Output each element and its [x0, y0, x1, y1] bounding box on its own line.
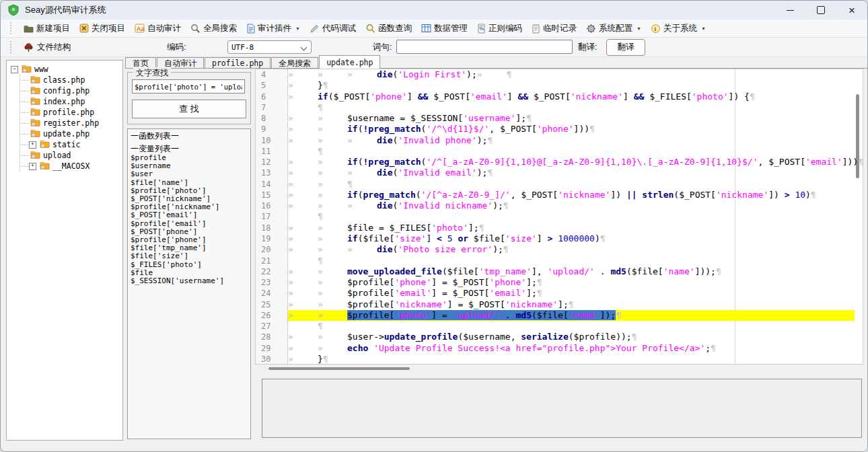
tree-item-label: profile.php [43, 108, 94, 117]
line-number: 30 [256, 354, 287, 365]
tab-profile-php[interactable]: profile.php [205, 57, 270, 69]
tree-item-label: register.php [43, 118, 99, 128]
code-line-4[interactable]: »»»die('Login First');»¶ [288, 69, 855, 80]
variable-list-item[interactable]: $file['size'] [131, 252, 250, 260]
code-line-11[interactable]: »¶ [288, 146, 855, 157]
code-line-18[interactable]: »»$file = $_FILES['photo'];¶ [288, 223, 855, 233]
phrase-input[interactable] [396, 40, 573, 54]
toolbar-item-data-manage[interactable]: 数据管理 [417, 22, 472, 36]
tree-root-row[interactable]: −www [7, 64, 122, 75]
code-line-19[interactable]: »»if($file['size'] < 5 or $file['size'] … [288, 233, 855, 244]
code-line-6[interactable]: »if($_POST['phone'] && $_POST['email'] &… [288, 91, 855, 102]
tree-item-index-php[interactable]: index.php [20, 96, 122, 107]
code-line-29[interactable]: »»echo 'Update Profile Success!<a href="… [288, 343, 855, 354]
chevron-down-icon: ▼ [295, 26, 300, 31]
code-editor[interactable]: 4567891011121314151617181920212223242526… [255, 69, 863, 365]
maximize-button[interactable] [805, 1, 836, 20]
collapse-toggle-icon[interactable]: − [11, 66, 18, 73]
tab-----[interactable]: 全局搜索 [271, 57, 318, 69]
tree-item-register-php[interactable]: register.php [20, 118, 122, 128]
variable-list-header: 一变量列表一 [131, 144, 250, 154]
tree-connector [20, 102, 29, 102]
code-line-21[interactable]: »¶ [288, 256, 855, 266]
minimize-button[interactable] [774, 1, 805, 20]
toolbar-item-system-config[interactable]: 系统配置▼ [581, 22, 646, 36]
tree-item-update-php[interactable]: update.php [20, 128, 122, 139]
tree-connector [20, 155, 29, 156]
tree-item---macosx[interactable]: +__MACOSX [20, 161, 122, 172]
variable-list-item[interactable]: $_POST['email'] [131, 211, 250, 219]
folder-icon [30, 85, 40, 96]
toolbar-item-new-project[interactable]: 新建项目 [19, 22, 75, 36]
minimize-icon [787, 10, 794, 11]
code-line-9[interactable]: »»if(!preg_match('/^\d{11}$/', $_POST['p… [288, 124, 855, 135]
tree-item-profile-php[interactable]: profile.php [20, 107, 122, 118]
toolbar-item-global-search[interactable]: 全局搜索 [186, 22, 242, 36]
toolbar-item-label: 全局搜索 [203, 23, 237, 34]
tree-item-class-php[interactable]: class.php [20, 75, 122, 85]
code-line-22[interactable]: »»move_uploaded_file($file['tmp_name'], … [288, 266, 855, 277]
toolbar-item-about-system[interactable]: i关于系统▼ [646, 22, 711, 36]
file-structure-button[interactable]: 文件结构 [19, 40, 75, 54]
encoding-select[interactable]: UTF-8 [227, 40, 312, 54]
code-line-24[interactable]: »»$profile['email'] = $_POST['email'];¶ [288, 288, 855, 299]
toolbar-item-temp-notes[interactable]: 临时记录 [527, 22, 581, 36]
code-line-17[interactable]: »¶ [288, 211, 855, 222]
code-line-13[interactable]: »»»die('Invalid email');¶ [288, 167, 855, 178]
toolbar-item-label: 审计插件 [258, 23, 291, 34]
expand-toggle-icon[interactable]: + [29, 141, 36, 149]
audit-plugin-icon [246, 24, 255, 34]
variable-list-item[interactable]: $_SESSION['username'] [131, 277, 250, 285]
code-line-12[interactable]: »»if(!preg_match('/^[_a-zA-Z0-9]{1,10}@[… [288, 157, 855, 167]
variable-list-item[interactable]: $profile['email'] [131, 220, 250, 228]
toolbar-item-label: 新建项目 [36, 23, 70, 34]
toolbar-item-audit-plugin[interactable]: 审计插件▼ [242, 22, 305, 36]
line-number: 12 [256, 157, 287, 167]
code-line-26[interactable]: »»$profile['photo'] = 'upload/' . md5($f… [288, 310, 855, 321]
toolbar-item-function-query[interactable]: 函数查询 [361, 22, 417, 36]
folder-icon [30, 150, 40, 161]
code-line-5[interactable]: »}¶ [288, 80, 855, 91]
line-number: 20 [256, 244, 287, 255]
horizontal-scrollbar[interactable] [268, 367, 410, 370]
function-query-icon [365, 24, 375, 34]
variable-list-item[interactable]: $user [131, 170, 250, 178]
tree-item-label: config.php [43, 86, 89, 96]
tree-item-upload[interactable]: upload [20, 150, 122, 161]
toolbar-item-regex-encode[interactable]: %正则编码 [472, 22, 527, 36]
toolbar-item-label: 代码调试 [322, 23, 356, 34]
code-line-23[interactable]: »»$profile['phone'] = $_POST['phone'];¶ [288, 277, 855, 288]
variable-list-item[interactable]: $file['name'] [131, 179, 250, 187]
close-project-icon [79, 24, 89, 33]
close-button[interactable]: × [836, 1, 867, 20]
secondary-toolbar: 文件结构 编码: UTF-8 词句: 翻译: 翻译 [1, 38, 867, 57]
toolbar-item-auto-audit[interactable]: Aa自动审计 [130, 22, 186, 36]
tree-item-config-php[interactable]: config.php [20, 85, 122, 96]
search-input[interactable] [132, 79, 245, 93]
code-line-16[interactable]: »»»die('Invalid nickname');¶ [288, 200, 855, 211]
code-line-20[interactable]: »»»die('Photo size error');¶ [288, 244, 855, 255]
close-icon: × [848, 5, 855, 16]
tree-item-label: upload [43, 151, 71, 160]
code-line-8[interactable]: »»$username = $_SESSION['username'];¶ [288, 113, 855, 124]
line-number: 24 [256, 288, 287, 299]
translate-button[interactable]: 翻译 [606, 39, 645, 56]
variable-list-item[interactable]: $_FILES['photo'] [131, 261, 250, 269]
code-line-25[interactable]: »»$profile['nickname'] = $_POST['nicknam… [288, 299, 855, 310]
expand-toggle-icon[interactable]: + [29, 163, 36, 170]
code-line-30[interactable]: »}¶ [288, 354, 855, 365]
file-tree-panel: −wwwclass.phpconfig.phpindex.phpprofile.… [6, 60, 123, 441]
code-line-15[interactable]: »»if(preg_match('/[^a-zA-Z0-9_]/', $_POS… [288, 190, 855, 200]
toolbar-item-code-debug[interactable]: 代码调试 [305, 22, 361, 36]
code-line-7[interactable]: »¶ [288, 102, 855, 113]
search-button[interactable]: 查 找 [132, 100, 246, 118]
code-line-14[interactable]: »»¶ [288, 179, 855, 190]
folder-icon [30, 96, 40, 107]
tab-update-php[interactable]: update.php [319, 55, 380, 69]
code-line-10[interactable]: »»»die('Invalid phone');¶ [288, 135, 855, 146]
code-debug-icon [310, 24, 320, 34]
code-line-28[interactable]: »»$user->update_profile($username, seria… [288, 332, 855, 342]
toolbar-item-close-project[interactable]: 关闭项目 [75, 22, 130, 36]
tree-item-static[interactable]: +static [20, 139, 122, 150]
code-line-27[interactable]: »¶ [288, 321, 855, 332]
